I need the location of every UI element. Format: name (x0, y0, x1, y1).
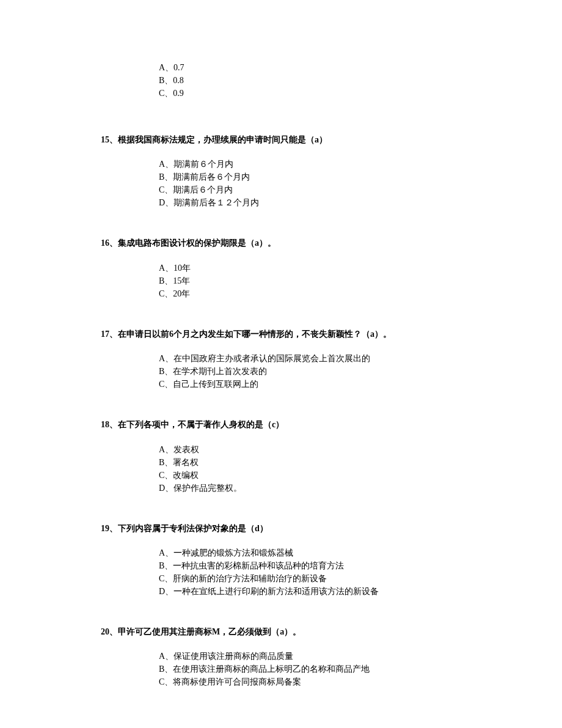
option: C、自己上传到互联网上的 (159, 378, 461, 391)
question-text: 17、在申请日以前6个月之内发生如下哪一种情形的，不丧失新颖性？（a）。 (101, 328, 461, 341)
option: B、署名权 (159, 456, 461, 469)
question-text: 15、根据我国商标法规定，办理续展的申请时间只能是（a） (101, 133, 461, 147)
question-block: 18、在下列各项中，不属于著作人身权的是（c）A、发表权B、署名权C、改编权D、… (101, 418, 461, 494)
options-list: A、在中国政府主办或者承认的国际展览会上首次展出的B、在学术期刊上首次发表的C、… (101, 352, 461, 391)
option: C、0.9 (159, 87, 461, 100)
option: D、一种在宣纸上进行印刷的新方法和适用该方法的新设备 (159, 585, 461, 598)
option: D、期满前后各１２个月内 (159, 196, 461, 209)
option: A、0.7 (159, 61, 461, 74)
options-list: A、10年B、15年C、20年 (101, 262, 461, 300)
option: A、一种减肥的锻炼方法和锻炼器械 (159, 546, 461, 559)
option: B、在学术期刊上首次发表的 (159, 365, 461, 378)
options-list: A、一种减肥的锻炼方法和锻炼器械B、一种抗虫害的彩棉新品种和该品种的培育方法C、… (101, 546, 461, 598)
question-text: 18、在下列各项中，不属于著作人身权的是（c） (101, 418, 461, 432)
question-text: 16、集成电路布图设计权的保护期限是（a）。 (101, 237, 461, 250)
question-block: 15、根据我国商标法规定，办理续展的申请时间只能是（a）A、期满前６个月内B、期… (101, 133, 461, 209)
option: C、期满后６个月内 (159, 183, 461, 196)
question-block: 17、在申请日以前6个月之内发生如下哪一种情形的，不丧失新颖性？（a）。A、在中… (101, 328, 461, 391)
question-text: 20、甲许可乙使用其注册商标M，乙必须做到（a）。 (101, 625, 461, 639)
question-text: 19、下列内容属于专利法保护对象的是（d） (101, 522, 461, 535)
option: A、10年 (159, 262, 461, 274)
option: A、期满前６个月内 (159, 158, 461, 171)
options-list: A、保证使用该注册商标的商品质量B、在使用该注册商标的商品上标明乙的名称和商品产… (101, 650, 461, 688)
option: A、在中国政府主办或者承认的国际展览会上首次展出的 (159, 352, 461, 365)
option: B、期满前后各６个月内 (159, 171, 461, 183)
option: B、在使用该注册商标的商品上标明乙的名称和商品产地 (159, 663, 461, 675)
option: A、发表权 (159, 443, 461, 456)
orphan-options-block: A、0.7 B、0.8 C、0.9 (101, 61, 461, 100)
option: A、保证使用该注册商标的商品质量 (159, 650, 461, 663)
option: B、0.8 (159, 74, 461, 87)
options-list: A、期满前６个月内B、期满前后各６个月内C、期满后６个月内D、期满前后各１２个月… (101, 158, 461, 209)
option: C、20年 (159, 287, 461, 300)
question-block: 20、甲许可乙使用其注册商标M，乙必须做到（a）。A、保证使用该注册商标的商品质… (101, 625, 461, 688)
option: D、保护作品完整权。 (159, 482, 461, 495)
question-block: 16、集成电路布图设计权的保护期限是（a）。A、10年B、15年C、20年 (101, 237, 461, 300)
option: C、肝病的新的治疗方法和辅助治疗的新设备 (159, 572, 461, 585)
option: B、一种抗虫害的彩棉新品种和该品种的培育方法 (159, 559, 461, 572)
question-block: 19、下列内容属于专利法保护对象的是（d）A、一种减肥的锻炼方法和锻炼器械B、一… (101, 522, 461, 598)
questions-container: 15、根据我国商标法规定，办理续展的申请时间只能是（a）A、期满前６个月内B、期… (101, 133, 461, 688)
option: C、改编权 (159, 469, 461, 482)
option: B、15年 (159, 274, 461, 287)
options-list: A、发表权B、署名权C、改编权D、保护作品完整权。 (101, 443, 461, 495)
option: C、将商标使用许可合同报商标局备案 (159, 675, 461, 688)
